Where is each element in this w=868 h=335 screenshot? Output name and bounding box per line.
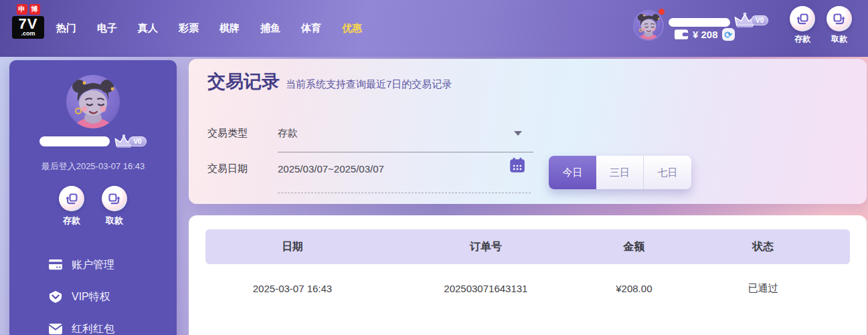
logo-tag-2: 博: [29, 4, 40, 15]
nav-item-hot[interactable]: 热门: [56, 22, 76, 35]
sidebar-item-label: 红利红包: [72, 322, 114, 335]
deposit-label: 存款: [794, 33, 810, 45]
type-field-underline: [278, 152, 533, 152]
cell-order-number: 202503071643131: [379, 283, 592, 294]
vip-gem-icon: [48, 290, 63, 304]
table-header: 日期 订单号 金额 状态: [205, 229, 850, 264]
sidebar-item-vip[interactable]: VIP特权: [9, 281, 177, 313]
sidebar-item-account[interactable]: 账户管理: [9, 249, 177, 281]
nav-item-live[interactable]: 真人: [138, 22, 158, 35]
vip-badge: V0: [751, 15, 768, 25]
logo-tag-1: 申: [17, 4, 27, 15]
main-nav: 热门 电子 真人 彩票 棋牌 捕鱼 体育 优惠: [56, 0, 362, 57]
cell-date: 2025-03-07 16:43: [205, 283, 379, 294]
logo-sub-text: .com: [13, 31, 43, 37]
logo-main-text: 7V: [13, 17, 43, 31]
page: 申 博 7V .com 热门 电子 真人 彩票 棋牌 捕鱼 体育 优惠 V0: [0, 0, 868, 335]
page-title: 交易记录: [207, 70, 280, 94]
transaction-type-select[interactable]: 存款: [278, 127, 298, 140]
column-header-date: 日期: [205, 240, 379, 254]
logo-tags: 申 博: [17, 4, 40, 15]
cell-amount: ¥208.00: [592, 283, 676, 294]
sidebar-item-label: VIP特权: [72, 290, 110, 304]
sidebar-username-redacted: [39, 136, 110, 146]
transaction-type-label: 交易类型: [207, 127, 248, 140]
topbar-withdraw-button[interactable]: 取款: [823, 6, 855, 45]
nav-item-fishing[interactable]: 捕鱼: [260, 22, 280, 35]
transaction-table-panel: 日期 订单号 金额 状态 2025-03-07 16:43 2025030716…: [189, 215, 867, 335]
sidebar-withdraw-button[interactable]: 取款: [102, 186, 127, 227]
withdraw-label: 取款: [831, 33, 847, 45]
panel-title-row: 交易记录 当前系统支持查询最近7日的交易记录: [207, 70, 452, 94]
date-range-input[interactable]: 2025/03/07~2025/03/07: [278, 163, 384, 175]
site-logo[interactable]: 申 博 7V .com: [9, 4, 47, 39]
table-row: 2025-03-07 16:43 202503071643131 ¥208.00…: [205, 264, 850, 312]
balance-amount: ¥ 208: [693, 29, 718, 40]
topbar-vip-row: V0: [733, 12, 768, 29]
transaction-filter-panel: 交易记录 当前系统支持查询最近7日的交易记录 交易类型 存款 交易日期 2025…: [189, 59, 867, 204]
nav-item-promos[interactable]: 优惠: [342, 22, 362, 35]
red-packet-icon: [48, 323, 63, 335]
chevron-down-icon[interactable]: [514, 131, 522, 136]
transaction-date-label: 交易日期: [207, 162, 248, 175]
sidebar-user-row: V0: [9, 134, 177, 149]
column-header-order: 订单号: [379, 240, 592, 254]
sidebar-deposit-button[interactable]: 存款: [59, 186, 84, 227]
deposit-label: 存款: [63, 215, 80, 227]
topbar-deposit-button[interactable]: 存款: [786, 6, 818, 45]
avatar-image: [66, 75, 120, 128]
notification-dot: [659, 9, 665, 15]
refresh-balance-icon[interactable]: ⟳: [722, 28, 735, 41]
column-header-status: 状态: [676, 240, 850, 254]
withdraw-icon: [102, 186, 127, 211]
logo-wordmark: 7V .com: [12, 16, 44, 39]
sidebar: V0 最后登入2025-03-07 16:43 存款 取款: [9, 60, 177, 335]
wallet-icon: [674, 29, 689, 40]
sidebar-actions: 存款 取款: [9, 186, 177, 227]
range-button-today[interactable]: 今日: [549, 156, 596, 189]
withdraw-icon: [827, 6, 852, 31]
column-header-amount: 金额: [592, 240, 676, 254]
deposit-icon: [59, 186, 84, 211]
withdraw-label: 取款: [106, 215, 123, 227]
date-field-underline: [278, 193, 531, 193]
nav-item-lottery[interactable]: 彩票: [179, 22, 199, 35]
date-range-button-group: 今日 三日 七日: [549, 156, 691, 189]
sidebar-item-red-packet[interactable]: 红利红包: [9, 313, 177, 335]
vip-badge: V0: [128, 136, 146, 146]
cell-status: 已通过: [676, 282, 850, 295]
nav-item-slots[interactable]: 电子: [97, 22, 117, 35]
avatar-image: [634, 11, 663, 39]
bank-card-icon: [48, 259, 63, 271]
topbar-username-redacted: [669, 18, 730, 27]
calendar-icon[interactable]: [509, 156, 526, 174]
nav-item-sports[interactable]: 体育: [301, 22, 321, 35]
range-button-3days[interactable]: 三日: [596, 156, 644, 189]
nav-item-cards[interactable]: 棋牌: [220, 22, 240, 35]
topbar: 申 博 7V .com 热门 电子 真人 彩票 棋牌 捕鱼 体育 优惠 V0: [0, 0, 868, 57]
sidebar-user-avatar[interactable]: [66, 75, 120, 128]
sidebar-item-label: 账户管理: [72, 258, 114, 272]
range-button-7days[interactable]: 七日: [644, 156, 691, 189]
sidebar-menu: 账户管理 VIP特权 红利红包: [9, 249, 177, 335]
page-subtitle: 当前系统支持查询最近7日的交易记录: [286, 78, 452, 91]
topbar-user-avatar[interactable]: [633, 10, 664, 41]
balance-row: ¥ 208 ⟳: [674, 28, 735, 41]
last-login-text: 最后登入2025-03-07 16:43: [9, 160, 177, 173]
deposit-icon: [790, 6, 815, 31]
